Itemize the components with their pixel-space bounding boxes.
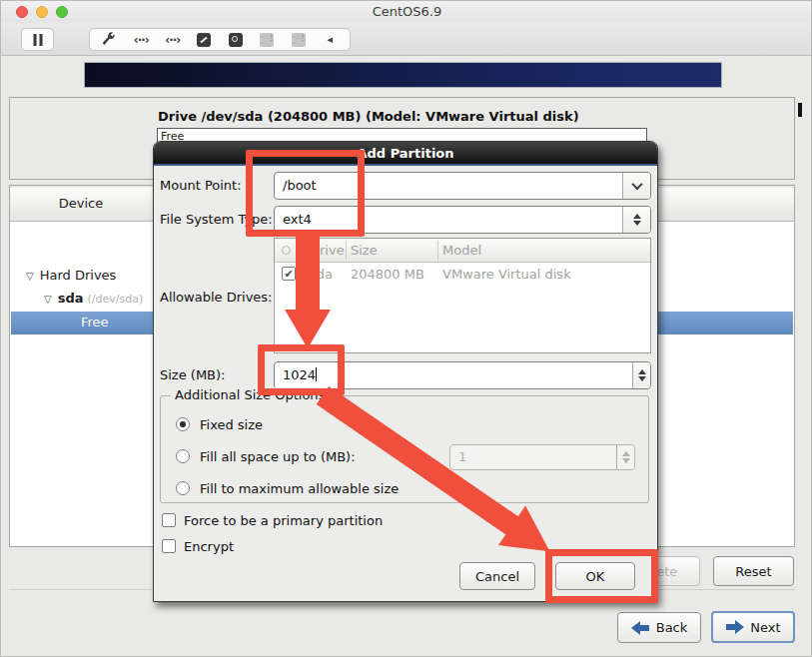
size-spinner-icons[interactable]: [632, 362, 650, 388]
text-cursor: [316, 367, 317, 381]
radio-fixed-size[interactable]: [176, 417, 190, 431]
checkbox-encrypt[interactable]: [162, 539, 176, 553]
hard-disk-icon[interactable]: [192, 31, 216, 49]
fs-type-label: File System Type:: [160, 212, 273, 227]
allowable-drives-table[interactable]: Drive Size Model ✔ sda 204800 MB VMware …: [274, 238, 651, 353]
col-drive: Drive: [310, 243, 345, 258]
window-title: CentOS6.9: [1, 4, 812, 19]
usb-device-1-icon[interactable]: !: [255, 31, 279, 49]
dialog-title: Add Partition: [154, 142, 657, 165]
next-arrow-icon: [725, 619, 744, 635]
col-model: Model: [442, 243, 481, 258]
next-button[interactable]: Next: [711, 611, 795, 643]
checkbox-force-primary[interactable]: [162, 513, 176, 527]
radio-fixed-size-label: Fixed size: [200, 417, 263, 432]
pause-vm-button[interactable]: [21, 28, 54, 51]
vm-window: CentOS6.9 ‹··› ‹··› ! ! ◂: [0, 0, 812, 657]
cell-model: VMware Virtual disk: [442, 267, 571, 282]
collapse-toolbar-icon[interactable]: ◂: [318, 31, 342, 49]
radio-fill-max[interactable]: [176, 481, 190, 495]
additional-size-options-legend: Additional Size Options: [171, 387, 329, 402]
network-adapter-2-icon[interactable]: ‹··›: [161, 31, 185, 49]
vm-toolbar: ‹··› ‹··› ! ! ◂: [1, 23, 812, 56]
pause-icon: [33, 34, 42, 46]
radio-fill-up-to-label: Fill all space up to (MB):: [200, 449, 356, 464]
device-column-header[interactable]: Device: [10, 196, 152, 211]
col-size: Size: [351, 243, 378, 258]
add-partition-dialog: Add Partition Mount Point: /boot File Sy…: [153, 141, 658, 602]
usb-device-2-icon[interactable]: !: [287, 31, 311, 49]
fill-up-to-input[interactable]: 1: [449, 444, 635, 470]
cursor-artifact: [798, 103, 802, 117]
radio-fill-max-label: Fill to maximum allowable size: [200, 481, 399, 496]
allowable-drives-label: Allowable Drives:: [160, 290, 272, 305]
back-button[interactable]: Back: [617, 612, 701, 643]
mount-point-label: Mount Point:: [160, 178, 242, 193]
dialog-titlebar[interactable]: Add Partition: [154, 142, 657, 166]
mount-point-combo[interactable]: /boot: [274, 172, 651, 200]
checkbox-force-primary-label: Force to be a primary partition: [184, 513, 383, 528]
window-titlebar[interactable]: CentOS6.9: [1, 1, 812, 23]
back-arrow-icon: [631, 620, 650, 636]
installer-banner: [84, 62, 722, 88]
vm-device-icon-group: ‹··› ‹··› ! ! ◂: [89, 28, 351, 51]
tree-item-sda[interactable]: ▽sda(/dev/sda): [44, 291, 143, 306]
fill-spinner-icons: [616, 445, 634, 469]
tree-item-hard-drives[interactable]: ▽Hard Drives: [26, 268, 116, 283]
fs-type-value: ext4: [283, 212, 312, 227]
drive-header: Drive /dev/sda (204800 MB) (Model: VMwar…: [158, 109, 579, 124]
wrench-icon[interactable]: [98, 31, 122, 49]
cancel-button[interactable]: Cancel: [459, 562, 535, 590]
reset-button[interactable]: Reset: [713, 556, 794, 586]
ok-button[interactable]: OK: [555, 562, 635, 590]
header-circle-icon: [282, 246, 291, 255]
camera-icon[interactable]: [224, 31, 248, 49]
size-value: 1024: [283, 367, 316, 382]
sda-device-path: (/dev/sda): [88, 293, 144, 306]
fill-up-to-value: 1: [458, 449, 466, 464]
allowable-drives-header: Drive Size Model: [275, 239, 650, 263]
fs-type-combo[interactable]: ext4: [274, 206, 651, 234]
size-label: Size (MB):: [160, 367, 225, 382]
mount-point-value: /boot: [283, 178, 317, 193]
network-adapter-1-icon[interactable]: ‹··›: [129, 31, 153, 49]
chevron-down-icon[interactable]: [622, 173, 650, 199]
spinner-icons[interactable]: [622, 207, 650, 233]
cell-drive: sda: [310, 267, 333, 282]
radio-fill-up-to[interactable]: [176, 449, 190, 463]
checkbox-encrypt-label: Encrypt: [184, 539, 234, 554]
allowable-drive-row[interactable]: ✔ sda 204800 MB VMware Virtual disk: [275, 263, 650, 287]
expander-icon[interactable]: ▽: [44, 294, 52, 305]
size-input[interactable]: 1024: [274, 361, 651, 389]
expander-icon[interactable]: ▽: [26, 271, 34, 282]
cell-size: 204800 MB: [351, 267, 424, 282]
drive-checkbox-checked[interactable]: ✔: [282, 267, 296, 281]
